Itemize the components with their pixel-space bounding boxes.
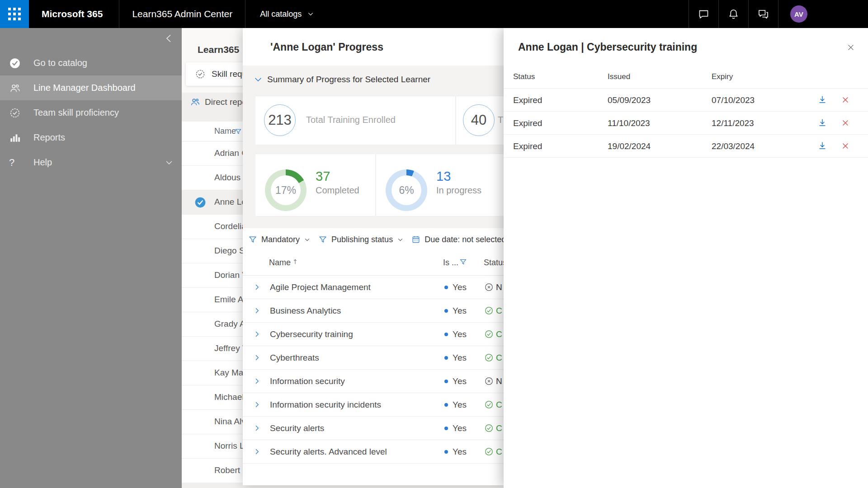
stat-label: T [498, 115, 503, 125]
delete-certificate-button[interactable] [841, 141, 850, 150]
notifications-button[interactable] [719, 0, 748, 28]
people-icon [9, 82, 21, 94]
person-row[interactable]: Cordelia [182, 215, 243, 239]
tab-direct-reports[interactable]: Direct repo [190, 97, 247, 107]
download-certificate-button[interactable] [817, 95, 827, 105]
delete-x-icon [841, 118, 850, 127]
download-icon [817, 118, 827, 128]
person-row[interactable]: Grady A [182, 312, 243, 337]
delete-certificate-button[interactable] [841, 118, 850, 127]
summary-section-toggle[interactable]: Summary of Progress for Selected Learner [253, 75, 430, 84]
sidebar-item-label: Help [33, 157, 52, 168]
expand-row-icon [253, 401, 261, 408]
tab-direct-reports-label: Direct repo [205, 97, 247, 107]
sidebar-item-team-skill-proficiency[interactable]: Team skill proficiency [0, 100, 182, 125]
expand-row-icon [253, 330, 261, 338]
person-row[interactable]: Nina Alv [182, 410, 243, 434]
mandatory-dot-icon [444, 380, 448, 383]
close-icon [846, 43, 855, 52]
donut-chart: 6% [386, 169, 427, 211]
mandatory-dot-icon [444, 286, 448, 289]
filter-icon[interactable] [459, 258, 467, 266]
filter-mandatory[interactable]: Mandatory [248, 235, 311, 244]
donut-card-completed: 17%37Completed [255, 154, 375, 216]
detail-panel-title: Anne Logan | Cybersecurity training [518, 41, 697, 53]
progress-panel-title: 'Anne Logan' Progress [270, 41, 383, 53]
catalog-check-icon [9, 57, 21, 69]
course-row[interactable]: Cybersecurity trainingYesC [243, 323, 504, 346]
column-expiry: Expiry [712, 72, 733, 81]
filter-bar: MandatoryPublishing statusDue date: not … [243, 228, 504, 251]
column-is-mandatory[interactable]: Is ... [443, 258, 458, 267]
catalog-selector[interactable]: All catalogs [260, 9, 314, 19]
delete-certificate-button[interactable] [841, 95, 850, 104]
expand-row-icon [253, 354, 261, 361]
person-row[interactable]: Jeffrey W [182, 337, 243, 361]
waffle-icon [8, 8, 21, 20]
sidebar-item-reports[interactable]: Reports [0, 125, 182, 150]
person-row[interactable]: Norris L [182, 434, 243, 459]
chevron-down-icon [253, 75, 263, 84]
top-bar: Microsoft 365 Learn365 Admin Center All … [0, 0, 868, 28]
filter-icon[interactable] [235, 128, 242, 135]
download-icon [817, 141, 827, 151]
account-button[interactable]: AV Adele Vance [778, 0, 868, 28]
sidebar-collapse-button[interactable] [164, 33, 175, 44]
app-launcher-button[interactable] [0, 0, 29, 28]
download-certificate-button[interactable] [817, 118, 827, 128]
calendar-icon [411, 235, 420, 244]
certificate-expiry-date: 22/03/2024 [712, 141, 755, 151]
chevron-down-icon [397, 236, 404, 243]
sidebar-item-label: Line Manager Dashboard [33, 83, 136, 93]
person-row[interactable]: Aldous H [182, 166, 243, 190]
filter-due-date-not-selected[interactable]: Due date: not selected [411, 235, 506, 244]
status-label: C [496, 447, 504, 457]
person-name: Cordelia [214, 221, 243, 231]
course-row[interactable]: Information security incidentsYesC [243, 393, 504, 417]
chevron-down-icon [165, 158, 174, 167]
course-row[interactable]: Security alertsYesC [243, 417, 504, 440]
close-button[interactable] [846, 43, 855, 52]
account-name: Adele Vance [813, 9, 856, 19]
sidebar-item-help[interactable]: ?Help [0, 150, 182, 175]
chevron-left-icon [164, 33, 175, 44]
person-row[interactable]: Anne Lo [182, 190, 243, 215]
feedback-button[interactable] [749, 0, 778, 28]
person-row[interactable]: Emile Aj [182, 288, 243, 312]
funnel-icon [248, 235, 257, 244]
status-label: N [496, 376, 504, 386]
course-row[interactable]: Agile Project ManagementYesN [243, 276, 504, 299]
messages-button[interactable] [689, 0, 718, 28]
course-row[interactable]: Security alerts. Advanced levelYesC [243, 440, 504, 464]
donut-chart: 17% [265, 169, 307, 211]
person-row[interactable]: Kay Mar [182, 361, 243, 385]
sidebar-item-line-manager-dashboard[interactable]: Line Manager Dashboard [0, 75, 182, 100]
person-name: Dorian V [214, 270, 243, 280]
mandatory-dot-icon [444, 309, 448, 313]
filter-publishing-status[interactable]: Publishing status [318, 235, 404, 244]
status-label: N [496, 282, 504, 292]
status-completed-icon [484, 329, 494, 339]
expand-row-icon [253, 424, 261, 432]
course-name: Cyberthreats [270, 353, 319, 363]
person-row[interactable]: Dorian V [182, 263, 243, 288]
status-label: C [496, 423, 504, 433]
expand-row-icon [253, 448, 261, 455]
person-row[interactable]: Adrian C [182, 141, 243, 166]
delete-x-icon [841, 95, 850, 104]
person-row[interactable]: Michael [182, 385, 243, 410]
course-name: Security alerts. Advanced level [270, 447, 387, 457]
column-name[interactable]: Name [269, 258, 291, 267]
progress-flyout: 'Anne Logan' Progress Summary of Progres… [243, 28, 504, 485]
person-row[interactable]: Robert S [182, 459, 243, 483]
person-row[interactable]: Diego Si [182, 239, 243, 263]
status-label: C [496, 306, 504, 316]
sidebar-item-go-to-catalog[interactable]: Go to catalog [0, 51, 182, 75]
course-row[interactable]: CyberthreatsYesC [243, 346, 504, 370]
mandatory-dot-icon [444, 427, 448, 430]
course-name: Information security incidents [270, 400, 381, 410]
download-certificate-button[interactable] [817, 141, 827, 151]
course-row[interactable]: Business AnalyticsYesC [243, 299, 504, 323]
course-row[interactable]: Information securityYesN [243, 370, 504, 393]
avatar: AV [790, 5, 807, 23]
